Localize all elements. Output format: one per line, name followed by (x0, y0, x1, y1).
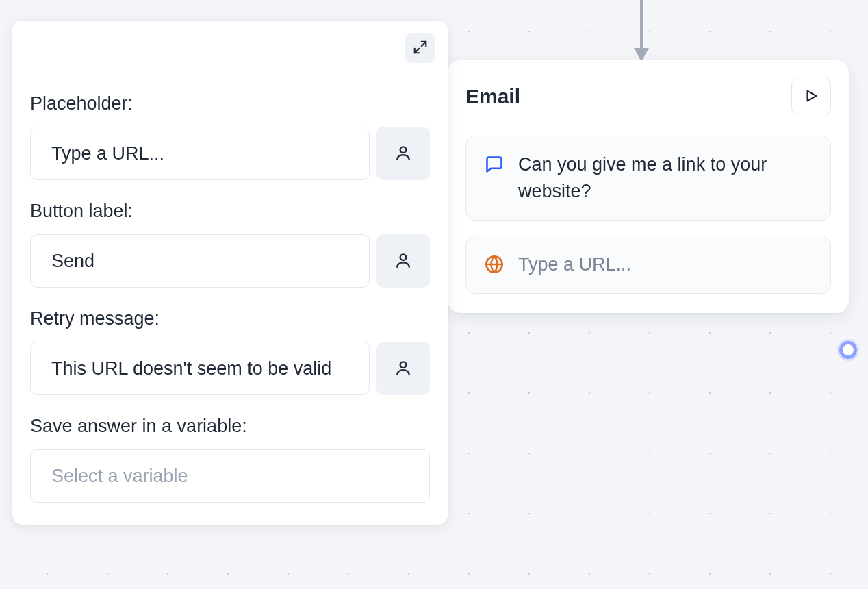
save-variable-select[interactable]: Select a variable (30, 449, 430, 503)
block-settings-panel: Placeholder: Button label: (12, 21, 448, 525)
incoming-edge (640, 0, 643, 51)
user-icon (394, 144, 412, 164)
retry-message-personalize-button[interactable] (376, 342, 430, 395)
preview-button[interactable] (791, 77, 831, 116)
user-icon (394, 359, 412, 379)
retry-message-field-label: Retry message: (30, 308, 430, 329)
node-title: Email (465, 85, 520, 108)
svg-point-3 (400, 254, 407, 260)
expand-button[interactable] (405, 33, 435, 63)
retry-message-input[interactable] (30, 342, 370, 395)
placeholder-personalize-button[interactable] (376, 127, 430, 180)
url-input-block[interactable]: Type a URL... (465, 236, 831, 294)
button-label-field-label: Button label: (30, 201, 430, 222)
message-block-text: Can you give me a link to your website? (518, 151, 813, 205)
placeholder-input[interactable] (30, 127, 370, 180)
globe-icon (484, 254, 505, 275)
incoming-edge-arrowhead (634, 48, 649, 62)
button-label-personalize-button[interactable] (376, 234, 430, 288)
user-icon (394, 251, 412, 271)
play-icon (804, 88, 819, 105)
email-node-card[interactable]: Email Can you give me a link to your web… (448, 60, 849, 313)
svg-point-2 (400, 147, 407, 153)
save-variable-field-label: Save answer in a variable: (30, 416, 430, 437)
save-variable-placeholder: Select a variable (51, 466, 188, 487)
url-input-block-text: Type a URL... (518, 251, 631, 278)
output-port[interactable] (839, 341, 857, 359)
placeholder-field-label: Placeholder: (30, 93, 430, 114)
svg-point-4 (400, 362, 407, 368)
chat-bubble-icon (484, 154, 505, 175)
svg-marker-5 (808, 90, 817, 101)
expand-icon (413, 40, 428, 57)
button-label-input[interactable] (30, 234, 370, 288)
message-block[interactable]: Can you give me a link to your website? (465, 136, 831, 221)
